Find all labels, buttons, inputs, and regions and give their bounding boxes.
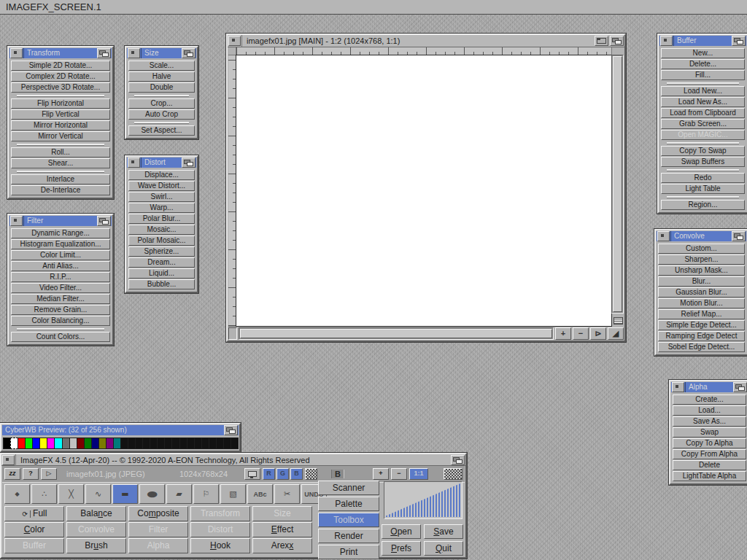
polar-blur-button[interactable]: Polar Blur... bbox=[128, 214, 195, 224]
close-icon[interactable] bbox=[10, 216, 23, 226]
halve-button[interactable]: Halve bbox=[128, 71, 195, 82]
sharpen-button[interactable]: Sharpen... bbox=[658, 254, 745, 265]
print-button[interactable]: Print bbox=[318, 545, 379, 559]
create-button[interactable]: Create... bbox=[673, 394, 746, 405]
double-button[interactable]: Double bbox=[128, 82, 195, 93]
swirl-button[interactable]: Swirl... bbox=[128, 192, 195, 202]
airbrush-tool[interactable]: ∴ bbox=[31, 484, 57, 504]
close-icon[interactable] bbox=[128, 48, 140, 58]
bubble-button[interactable]: Bubble... bbox=[128, 279, 195, 289]
copy-from-alpha-button[interactable]: Copy From Alpha bbox=[673, 449, 746, 459]
dynamic-range-button[interactable]: Dynamic Range... bbox=[11, 228, 110, 238]
depth-icon[interactable] bbox=[224, 425, 238, 435]
curve-tool[interactable]: ∿ bbox=[85, 484, 111, 504]
close-icon[interactable] bbox=[228, 36, 241, 46]
region-button[interactable]: Region... bbox=[661, 200, 745, 210]
histogram-equalization-button[interactable]: Histogram Equalization... bbox=[11, 239, 110, 249]
dot-tool[interactable]: ◆ bbox=[4, 484, 30, 504]
toolbox-titlebar[interactable]: ImageFX 4.5 (12-Apr-20) -- © 1992-2020 A… bbox=[1, 454, 465, 466]
relief-map-button[interactable]: Relief Map... bbox=[658, 309, 745, 319]
gaussian-blur-button[interactable]: Gaussian Blur... bbox=[658, 287, 745, 298]
video-filter-button[interactable]: Video Filter... bbox=[11, 283, 110, 293]
help-button[interactable]: ? bbox=[23, 468, 39, 480]
delete-button[interactable]: Delete bbox=[673, 460, 746, 470]
simple-2d-rotate-button[interactable]: Simple 2D Rotate... bbox=[11, 61, 110, 71]
displace-button[interactable]: Displace... bbox=[128, 170, 195, 180]
zoom-out-button[interactable]: − bbox=[573, 327, 589, 340]
grab-screen-button[interactable]: Grab Screen... bbox=[661, 119, 745, 129]
one-to-one-button[interactable]: 1:1 bbox=[409, 468, 428, 480]
image-canvas[interactable] bbox=[236, 55, 612, 327]
view-zoom-out-button[interactable]: − bbox=[391, 468, 407, 480]
mirror-vertical-button[interactable]: Mirror Vertical bbox=[11, 131, 110, 141]
view-zoom-in-button[interactable]: + bbox=[373, 468, 389, 480]
image-titlebar[interactable]: imagefx01.jpg [MAIN] - 1:2 (1024x768, 1:… bbox=[228, 35, 624, 47]
depth-icon[interactable] bbox=[182, 48, 196, 58]
hook-button[interactable]: Hook bbox=[190, 538, 250, 553]
load-from-clipboard-button[interactable]: Load from Clipboard bbox=[661, 108, 745, 118]
redo-button[interactable]: Redo bbox=[661, 173, 745, 183]
channel-r-button[interactable]: R bbox=[263, 468, 275, 480]
palette-swatch-31[interactable] bbox=[231, 438, 239, 449]
pattern-button[interactable] bbox=[444, 468, 462, 480]
depth-icon[interactable] bbox=[182, 158, 196, 168]
blur-button[interactable]: Blur... bbox=[658, 276, 745, 287]
save-button[interactable]: Save bbox=[424, 524, 463, 539]
freehand-tool[interactable]: ⚐ bbox=[193, 484, 219, 504]
fill-button[interactable]: Fill... bbox=[661, 70, 745, 80]
swap-button[interactable]: Swap bbox=[673, 427, 746, 438]
ruler-toggle-button[interactable] bbox=[613, 315, 624, 327]
sobel-edge-detect-button[interactable]: Sobel Edge Detect... bbox=[658, 342, 745, 352]
close-icon[interactable] bbox=[657, 231, 670, 241]
close-icon[interactable] bbox=[128, 158, 140, 168]
anti-alias-button[interactable]: Anti Alias... bbox=[11, 261, 110, 271]
delete-button[interactable]: Delete... bbox=[661, 59, 745, 69]
swap-buffers-button[interactable]: Swap Buffers bbox=[661, 157, 745, 167]
load-new-button[interactable]: Load New... bbox=[661, 86, 745, 96]
flip-vertical-button[interactable]: Flip Vertical bbox=[11, 109, 110, 120]
text-tool[interactable]: ABc bbox=[247, 484, 273, 504]
full-button[interactable]: ⟳Full bbox=[4, 506, 64, 521]
spherize-button[interactable]: Spherize... bbox=[128, 246, 195, 257]
close-icon[interactable] bbox=[660, 36, 673, 46]
perspective-3d-rotate-button[interactable]: Perspective 3D Rotate... bbox=[11, 82, 110, 93]
ramping-edge-detect-button[interactable]: Ramping Edge Detect bbox=[658, 331, 745, 341]
unsharp-mask-button[interactable]: Unsharp Mask... bbox=[658, 265, 745, 276]
warp-button[interactable]: Warp... bbox=[128, 203, 195, 213]
de-interlace-button[interactable]: De-Interlace bbox=[11, 185, 110, 195]
channel-b-button[interactable]: B bbox=[290, 468, 303, 480]
save-as-button[interactable]: Save As... bbox=[673, 416, 746, 427]
color-button[interactable]: Color bbox=[4, 522, 64, 537]
fill-tool[interactable]: ▧ bbox=[220, 484, 246, 504]
vertical-scrollbar-knob[interactable] bbox=[613, 56, 622, 312]
dither-button[interactable] bbox=[305, 468, 317, 480]
palette-button[interactable]: Palette bbox=[318, 497, 379, 511]
arexx-button[interactable]: Arexx bbox=[252, 538, 312, 553]
depth-icon[interactable] bbox=[732, 231, 746, 241]
mirror-horizontal-button[interactable]: Mirror Horizontal bbox=[11, 120, 110, 131]
channel-g-button[interactable]: G bbox=[276, 468, 289, 480]
wave-distort-button[interactable]: Wave Distort... bbox=[128, 181, 195, 191]
open-button[interactable]: Open bbox=[382, 524, 421, 539]
light-table-button[interactable]: Light Table bbox=[661, 184, 745, 194]
effect-button[interactable]: Effect bbox=[252, 522, 312, 537]
polar-mosaic-button[interactable]: Polar Mosaic... bbox=[128, 236, 195, 246]
scale-view-button[interactable]: ◢ bbox=[608, 327, 624, 340]
count-colors-button[interactable]: Count Colors... bbox=[11, 332, 110, 342]
flip-horizontal-button[interactable]: Flip Horizontal bbox=[11, 98, 110, 109]
lighttable-alpha-button[interactable]: LightTable Alpha bbox=[673, 471, 746, 481]
horizontal-scrollbar[interactable] bbox=[239, 327, 554, 340]
dream-button[interactable]: Dream... bbox=[128, 257, 195, 268]
depth-icon[interactable] bbox=[97, 216, 111, 226]
prefs-button[interactable]: Prefs bbox=[382, 541, 421, 556]
depth-icon[interactable] bbox=[97, 48, 111, 58]
roll-button[interactable]: Roll... bbox=[11, 147, 110, 158]
custom-button[interactable]: Custom... bbox=[658, 244, 745, 254]
load-button[interactable]: Load... bbox=[673, 405, 746, 416]
render-button[interactable]: Render bbox=[318, 529, 379, 543]
copy-to-swap-button[interactable]: Copy To Swap bbox=[661, 146, 745, 156]
new-button[interactable]: New... bbox=[661, 48, 745, 58]
close-icon[interactable] bbox=[10, 48, 23, 58]
run-button[interactable]: ▷ bbox=[41, 468, 57, 480]
complex-2d-rotate-button[interactable]: Complex 2D Rotate... bbox=[11, 71, 110, 82]
